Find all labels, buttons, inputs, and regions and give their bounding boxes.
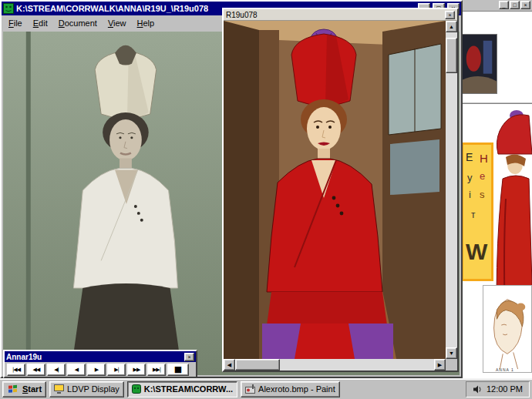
player-window: Annar19u × |◀◀ ◀◀ ◀| ◀ ▶ ▶| ▶▶ ▶▶| ■ — [3, 350, 197, 378]
skip-start-button[interactable]: |◀◀ — [7, 364, 25, 376]
paint-icon — [245, 384, 255, 394]
speaker-icon[interactable] — [473, 385, 482, 394]
step-forward-button[interactable]: ▶| — [107, 364, 126, 376]
vertical-scroll-thumb[interactable] — [446, 38, 457, 73]
desktop: _ □ × E H y e i s т W — [0, 0, 532, 399]
skip-end-button[interactable]: ▶▶| — [147, 364, 166, 376]
artwork-caption: ANNA 1 — [496, 367, 514, 372]
vertical-scrollbar[interactable]: ▲ ▼ — [446, 21, 457, 359]
step-back-button[interactable]: ◀| — [47, 364, 66, 376]
horizontal-scrollbar[interactable]: ◀ ▶ — [224, 359, 446, 370]
image-window-title: R19u078 — [226, 11, 445, 19]
background-art-window[interactable]: _ □ × E H y e i s т W — [458, 0, 532, 378]
player-titlebar[interactable]: Annar19u × — [5, 351, 196, 362]
svg-text:т: т — [471, 210, 476, 220]
orange-letter-card: E H y e i s т W — [461, 142, 493, 281]
close-button[interactable]: × — [184, 353, 194, 361]
pencil-sketch-head — [483, 285, 532, 373]
app-icon — [3, 3, 14, 14]
scroll-right-icon[interactable]: ▶ — [434, 359, 446, 370]
svg-text:y: y — [467, 172, 473, 183]
horizontal-scroll-thumb[interactable] — [235, 359, 280, 370]
svg-text:s: s — [480, 189, 485, 200]
scroll-up-icon[interactable]: ▲ — [446, 21, 457, 32]
background-window-titlebar: _ □ × — [459, 0, 532, 12]
clock[interactable]: 12:00 PM — [487, 384, 523, 394]
play-button[interactable]: ▶ — [87, 364, 106, 376]
maximize-button[interactable]: □ — [510, 1, 520, 9]
svg-text:i: i — [469, 189, 471, 200]
taskbar-item-label: Alexroto.bmp - Paint — [258, 384, 335, 394]
menu-file[interactable]: File — [3, 17, 28, 29]
close-button[interactable]: × — [520, 1, 530, 9]
color-painting — [224, 21, 446, 359]
image-window-titlebar[interactable]: R19u078 × — [224, 9, 457, 21]
close-button[interactable]: × — [445, 11, 455, 19]
scroll-track[interactable] — [280, 359, 434, 370]
stop-button[interactable]: ■ — [167, 364, 189, 376]
svg-text:H: H — [480, 152, 488, 165]
svg-text:W: W — [466, 239, 488, 264]
dark-poster-thumbnail — [462, 34, 497, 94]
taskbar: Start LDVP Display K:\STREAM\CORRW... — [0, 378, 532, 399]
fast-forward-button[interactable]: ▶▶ — [127, 364, 146, 376]
rewind-button[interactable]: ◀◀ — [27, 364, 45, 376]
green-app-icon — [132, 384, 141, 394]
svg-text:e: e — [480, 170, 485, 182]
start-label: Start — [22, 384, 42, 394]
system-tray: 12:00 PM — [466, 381, 530, 397]
taskbar-item-ldvp[interactable]: LDVP Display — [49, 381, 124, 397]
player-title: Annar19u — [6, 353, 184, 361]
menu-view[interactable]: View — [103, 17, 132, 29]
display-icon — [54, 384, 64, 394]
svg-text:E: E — [466, 151, 473, 163]
taskbar-item-label: LDVP Display — [67, 384, 120, 394]
taskbar-item-stream[interactable]: K:\STREAM\CORRW... — [127, 381, 237, 397]
window-edge — [459, 102, 532, 104]
taskbar-item-paint[interactable]: Alexroto.bmp - Paint — [241, 381, 340, 397]
menu-help[interactable]: Help — [132, 17, 160, 29]
menu-document[interactable]: Document — [53, 17, 103, 29]
start-button[interactable]: Start — [2, 381, 46, 397]
scroll-left-icon[interactable]: ◀ — [224, 359, 235, 370]
color-painting-canvas[interactable] — [224, 21, 446, 359]
menu-edit[interactable]: Edit — [28, 17, 53, 29]
play-back-button[interactable]: ◀ — [67, 364, 86, 376]
minimize-button[interactable]: _ — [499, 1, 509, 9]
resize-corner[interactable] — [446, 359, 457, 370]
scroll-down-icon[interactable]: ▼ — [446, 347, 457, 359]
image-window: R19u078 × — [222, 8, 459, 372]
windows-logo-icon — [7, 384, 19, 394]
taskbar-item-label: K:\STREAM\CORRW... — [144, 384, 233, 394]
player-controls: |◀◀ ◀◀ ◀| ◀ ▶ ▶| ▶▶ ▶▶| ■ — [5, 362, 196, 377]
